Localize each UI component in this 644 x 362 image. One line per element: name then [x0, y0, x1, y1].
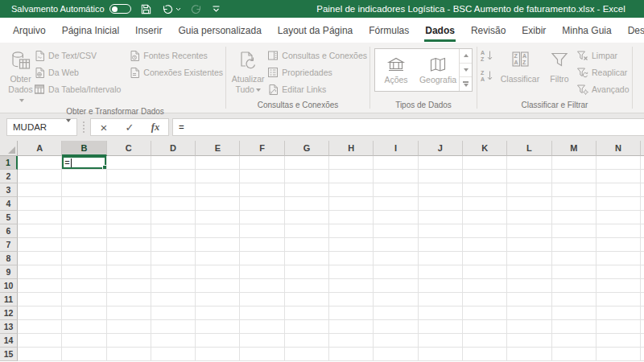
cell-H14[interactable]: [329, 334, 374, 348]
editar-links-button[interactable]: Editar Links: [267, 83, 367, 96]
cell-C13[interactable]: [107, 320, 151, 334]
cell-J4[interactable]: [419, 197, 463, 211]
save-button[interactable]: [140, 3, 152, 15]
cell-B10[interactable]: [62, 279, 106, 293]
cell-M3[interactable]: [552, 183, 597, 197]
conexoes-existentes-button[interactable]: Conexões Existentes: [129, 66, 223, 79]
cell-E4[interactable]: [196, 197, 240, 211]
tab-minha-guia[interactable]: Minha Guia: [554, 18, 619, 43]
cell-F15[interactable]: [240, 348, 284, 361]
column-header-K[interactable]: K: [463, 141, 507, 156]
cell-F11[interactable]: [240, 293, 284, 306]
cell-N14[interactable]: [597, 334, 641, 348]
row-header-9[interactable]: 9: [0, 265, 18, 279]
cell-M13[interactable]: [552, 320, 597, 334]
column-header-G[interactable]: G: [285, 141, 329, 156]
row-header-12[interactable]: 12: [0, 306, 18, 320]
cell-B1[interactable]: =: [62, 156, 106, 170]
cell-A11[interactable]: [18, 293, 62, 306]
cell-I4[interactable]: [374, 197, 418, 211]
cell-C12[interactable]: [107, 306, 151, 320]
cell-I13[interactable]: [374, 320, 418, 334]
cell-G2[interactable]: [285, 170, 329, 183]
cell-K8[interactable]: [463, 252, 507, 265]
enter-button[interactable]: ✓: [117, 121, 142, 134]
cell-K12[interactable]: [463, 306, 507, 320]
cell-D13[interactable]: [151, 320, 196, 334]
customize-toolbar-button[interactable]: [212, 5, 221, 13]
row-header-7[interactable]: 7: [0, 238, 18, 252]
cell-H1[interactable]: [329, 156, 374, 170]
cell-H5[interactable]: [329, 211, 374, 224]
cell-A2[interactable]: [18, 170, 62, 183]
cell-E7[interactable]: [196, 238, 240, 252]
reaplicar-button[interactable]: Reaplicar: [576, 66, 630, 79]
cell-A5[interactable]: [18, 211, 62, 224]
cell-B13[interactable]: [62, 320, 106, 334]
cell-J3[interactable]: [419, 183, 463, 197]
cell-H12[interactable]: [329, 306, 374, 320]
row-header-14[interactable]: 14: [0, 334, 18, 348]
cell-A14[interactable]: [18, 334, 62, 348]
cell-E12[interactable]: [196, 306, 240, 320]
cell-D4[interactable]: [151, 197, 196, 211]
undo-button[interactable]: [161, 3, 181, 15]
cell-K3[interactable]: [463, 183, 507, 197]
cell-D9[interactable]: [151, 265, 196, 279]
cell-G8[interactable]: [285, 252, 329, 265]
sort-ascending-button[interactable]: AZ: [480, 49, 497, 62]
cell-C5[interactable]: [107, 211, 151, 224]
cell-B5[interactable]: [62, 211, 106, 224]
cell-H13[interactable]: [329, 320, 374, 334]
cell-H3[interactable]: [329, 183, 374, 197]
da-web-button[interactable]: Da Web: [34, 66, 121, 79]
cell-G5[interactable]: [285, 211, 329, 224]
cell-C4[interactable]: [107, 197, 151, 211]
tab-exibir[interactable]: Exibir: [514, 18, 554, 43]
cell-B9[interactable]: [62, 265, 106, 279]
cell-G3[interactable]: [285, 183, 329, 197]
cell-I7[interactable]: [374, 238, 418, 252]
cell-E10[interactable]: [196, 279, 240, 293]
consultas-e-conexoes-button[interactable]: Consultas e Conexões: [267, 49, 367, 62]
cell-N3[interactable]: [597, 183, 641, 197]
cell-M14[interactable]: [552, 334, 597, 348]
cell-M9[interactable]: [552, 265, 597, 279]
cell-H11[interactable]: [329, 293, 374, 306]
cell-B12[interactable]: [62, 306, 106, 320]
geografia-button[interactable]: Geografia: [417, 49, 459, 91]
cell-M11[interactable]: [552, 293, 597, 306]
cell-H2[interactable]: [329, 170, 374, 183]
cell-H7[interactable]: [329, 238, 374, 252]
cell-G14[interactable]: [285, 334, 329, 348]
tab-pagina-inicial[interactable]: Página Inicial: [54, 18, 127, 43]
cell-F7[interactable]: [240, 238, 284, 252]
cell-F9[interactable]: [240, 265, 284, 279]
cell-L14[interactable]: [507, 334, 551, 348]
cell-M15[interactable]: [552, 348, 597, 361]
column-header-M[interactable]: M: [552, 141, 597, 156]
cell-E13[interactable]: [196, 320, 240, 334]
column-header-F[interactable]: F: [240, 141, 284, 156]
cell-H8[interactable]: [329, 252, 374, 265]
cell-N10[interactable]: [597, 279, 641, 293]
column-header-J[interactable]: J: [419, 141, 463, 156]
cell-G4[interactable]: [285, 197, 329, 211]
cell-I3[interactable]: [374, 183, 418, 197]
row-header-3[interactable]: 3: [0, 183, 18, 197]
cell-N2[interactable]: [597, 170, 641, 183]
cell-G12[interactable]: [285, 306, 329, 320]
cell-J9[interactable]: [419, 265, 463, 279]
cell-L12[interactable]: [507, 306, 551, 320]
cell-K9[interactable]: [463, 265, 507, 279]
name-box-dropdown-button[interactable]: [60, 122, 76, 132]
cell-J1[interactable]: [419, 156, 463, 170]
cell-G11[interactable]: [285, 293, 329, 306]
cell-K5[interactable]: [463, 211, 507, 224]
cell-F3[interactable]: [240, 183, 284, 197]
cell-N4[interactable]: [597, 197, 641, 211]
row-header-1[interactable]: 1: [0, 156, 18, 170]
cell-A3[interactable]: [18, 183, 62, 197]
column-header-B[interactable]: B: [62, 141, 106, 156]
da-tabela-intervalo-button[interactable]: Da Tabela/Intervalo: [34, 83, 121, 96]
